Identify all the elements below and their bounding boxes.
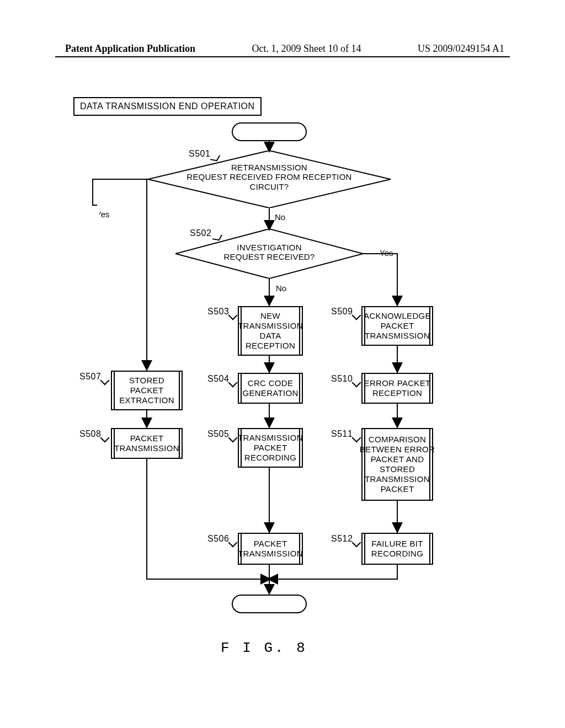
decision-s502-text: INVESTIGATION REQUEST RECEIVED? <box>186 243 352 262</box>
edge-label-d2-yes: Yes <box>380 248 393 258</box>
step-tick-s506 <box>228 538 238 548</box>
process-s512-text: FAILURE BIT RECORDING <box>371 539 423 559</box>
process-s504: CRC CODE GENERATION <box>238 373 303 404</box>
edge-label-d1-no: No <box>275 212 285 222</box>
process-s507-text: STORED PACKET EXTRACTION <box>119 376 174 405</box>
step-label-s508: S508 <box>79 429 101 439</box>
decision-s501-text: RETRANSMISSION REQUEST RECEIVED FROM REC… <box>159 163 380 191</box>
step-label-s506: S506 <box>207 534 229 544</box>
step-label-s511: S511 <box>331 429 353 439</box>
process-s506: PACKET TRANSMISSION <box>238 533 303 565</box>
process-s504-text: CRC CODE GENERATION <box>242 378 298 398</box>
process-s511-text: COMPARISON BETWEEN ERROR PACKET AND STOR… <box>360 435 435 494</box>
step-label-s505: S505 <box>207 429 229 439</box>
step-label-s501: S501 <box>189 149 210 159</box>
edge-label-d1-yes: Yes <box>96 210 109 219</box>
process-s507: STORED PACKET EXTRACTION <box>111 371 183 410</box>
process-s505-text: TRANSMISSION PACKET RECORDING <box>238 433 303 463</box>
process-s508: PACKET TRANSMISSION <box>111 428 183 459</box>
process-s509: ACKNOWLEDGE PACKET TRANSMISSION <box>361 306 433 346</box>
header-right: US 2009/0249154 A1 <box>418 43 565 55</box>
header-rule <box>55 56 510 57</box>
process-s503-text: NEW TRANSMISSION DATA RECEPTION <box>238 311 303 351</box>
process-s505: TRANSMISSION PACKET RECORDING <box>238 428 303 468</box>
terminator-start <box>232 122 307 141</box>
step-label-s512: S512 <box>331 534 353 544</box>
flowchart-title: DATA TRANSMISSION END OPERATION <box>73 97 262 116</box>
step-label-s504: S504 <box>207 374 229 384</box>
process-s512: FAILURE BIT RECORDING <box>361 533 433 565</box>
process-s510-text: ERROR PACKET RECEPTION <box>364 378 431 398</box>
step-tick-s510 <box>352 378 361 388</box>
step-label-s510: S510 <box>331 374 353 384</box>
edge-label-d2-no: No <box>276 283 286 293</box>
step-tick-s512 <box>352 538 361 548</box>
process-s508-text: PACKET TRANSMISSION <box>114 433 179 453</box>
process-s506-text: PACKET TRANSMISSION <box>238 539 303 559</box>
step-tick-s503 <box>228 311 238 320</box>
process-s509-text: ACKNOWLEDGE PACKET TRANSMISSION <box>364 311 431 341</box>
step-tick-s507 <box>100 376 110 386</box>
process-s510: ERROR PACKET RECEPTION <box>361 373 433 404</box>
process-s503: NEW TRANSMISSION DATA RECEPTION <box>238 306 303 356</box>
step-tick-s509 <box>352 311 361 320</box>
step-label-s502: S502 <box>190 228 211 238</box>
figure-caption: F I G. 8 <box>221 640 307 656</box>
header-mid: Oct. 1, 2009 Sheet 10 of 14 <box>252 43 361 55</box>
process-s511: COMPARISON BETWEEN ERROR PACKET AND STOR… <box>361 428 433 501</box>
step-tick-s505 <box>228 433 238 443</box>
step-label-s507: S507 <box>79 372 101 382</box>
step-label-s509: S509 <box>331 307 353 317</box>
step-tick-s504 <box>228 378 238 388</box>
header-left: Patent Application Publication <box>0 43 195 55</box>
terminator-end <box>232 595 307 613</box>
step-tick-s508 <box>100 433 110 443</box>
page-header: Patent Application Publication Oct. 1, 2… <box>0 43 565 55</box>
step-label-s503: S503 <box>207 307 229 317</box>
